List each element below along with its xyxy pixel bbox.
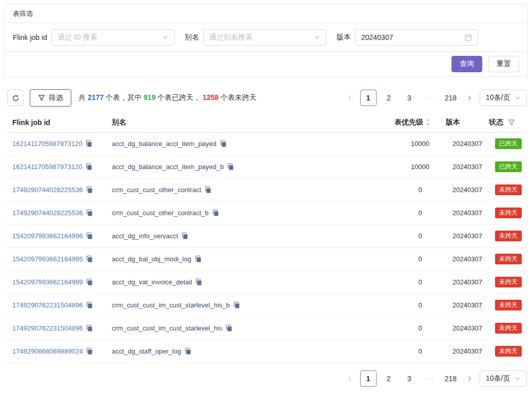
field-version: 版本 20240307	[337, 29, 478, 46]
flink-job-id-cell: 1621411705987973120	[4, 132, 112, 155]
table-row: 1542097993662164995 acct_dg_bal_obj_modi…	[4, 247, 528, 271]
refresh-button[interactable]	[7, 90, 24, 106]
status-badge: 未跨天	[495, 346, 522, 357]
flink-job-id-link[interactable]: 1621411705987973120	[12, 140, 82, 148]
copy-icon[interactable]	[182, 233, 188, 239]
copy-icon[interactable]	[195, 279, 202, 285]
page-button-2[interactable]: 2	[381, 370, 397, 387]
copy-icon[interactable]	[227, 163, 234, 170]
page-button-3[interactable]: 3	[401, 370, 418, 387]
chevron-down-icon	[314, 34, 320, 40]
version-label: 版本	[337, 33, 351, 42]
copy-icon[interactable]	[86, 210, 93, 216]
alias-link[interactable]: acct_dg_bal_obj_modi_log	[112, 255, 191, 263]
copy-icon[interactable]	[86, 302, 93, 308]
flink-job-id-select[interactable]: 通过 ID 搜索	[51, 29, 174, 46]
flink-job-id-link[interactable]: 1749290744028225536	[12, 186, 83, 194]
copy-icon[interactable]	[86, 163, 92, 170]
version-cell: 20240307	[446, 224, 489, 247]
version-cell: 20240307	[446, 155, 489, 178]
status-badge: 未跨天	[495, 300, 522, 311]
alias-cell: crm_cust_cust_im_cust_starlevel_his	[112, 317, 395, 340]
flink-job-id-cell: 1749290744028225536	[4, 178, 112, 201]
copy-icon[interactable]	[233, 302, 240, 308]
copy-icon[interactable]	[86, 348, 93, 355]
copy-icon[interactable]	[220, 140, 227, 147]
copy-icon[interactable]	[195, 256, 202, 262]
flink-job-id-link[interactable]: 1542097993662164995	[12, 255, 83, 263]
page-button-1[interactable]: 1	[360, 90, 377, 106]
reset-button[interactable]: 重置	[488, 56, 519, 72]
flink-job-id-link[interactable]: 1749290744028225536	[12, 209, 83, 217]
priority-cell: 0	[395, 224, 446, 247]
page-button-2[interactable]: 2	[381, 90, 397, 106]
page-button-218[interactable]: 218	[442, 90, 459, 106]
version-date-input[interactable]: 20240307	[355, 29, 478, 46]
copy-icon[interactable]	[205, 187, 211, 193]
alias-link[interactable]: acct_dg_balance_acct_item_payed	[112, 140, 216, 148]
copy-icon[interactable]	[86, 233, 93, 239]
filter-icon[interactable]	[508, 119, 515, 126]
page-size-select[interactable]: 10条/页	[480, 370, 527, 387]
table-body: 1621411705987973120 acct_dg_balance_acct…	[4, 132, 528, 363]
alias-link[interactable]: acct_dg_balance_acct_item_payed_b	[112, 163, 224, 171]
flink-job-id-link[interactable]: 1749290866069889024	[12, 347, 83, 355]
filter-toggle-button[interactable]: 筛选	[30, 89, 71, 107]
summary-part: 个表未跨天	[219, 93, 257, 101]
copy-icon[interactable]	[86, 187, 93, 193]
table-row: 1749290866069889024 acct_dg_staff_oper_l…	[4, 340, 528, 363]
page-button-3[interactable]: 3	[401, 90, 418, 106]
flink-job-id-link[interactable]: 1542097993662164999	[12, 278, 83, 286]
version-value: 20240307	[361, 33, 465, 42]
page-ellipsis: ···	[422, 370, 438, 387]
flink-job-id-link[interactable]: 1542097993662164996	[12, 232, 83, 240]
flink-job-id-link[interactable]: 1749290762231504896	[12, 324, 83, 332]
alias-link[interactable]: crm_cust_cust_other_contract_b	[112, 209, 209, 217]
flink-job-id-cell: 1621411705987973120	[4, 155, 112, 178]
alias-link[interactable]: crm_cust_cust_im_cust_starlevel_his_b	[112, 301, 230, 309]
column-header-alias: 别名	[112, 113, 395, 132]
version-cell: 20240307	[446, 247, 489, 271]
alias-link[interactable]: crm_cust_cust_im_cust_starlevel_his	[112, 324, 222, 332]
prev-page-button[interactable]	[344, 370, 356, 387]
funnel-icon	[38, 94, 45, 101]
page-size-select[interactable]: 10条/页	[480, 90, 527, 106]
next-page-button[interactable]	[463, 90, 476, 106]
column-header-priority[interactable]: 表优先级	[395, 113, 446, 132]
alias-link[interactable]: acct_dg_staff_oper_log	[112, 347, 181, 355]
priority-cell: 0	[395, 271, 446, 294]
sorter-icon[interactable]	[425, 118, 430, 127]
alias-link[interactable]: crm_cust_cust_other_contract	[112, 186, 201, 194]
query-button[interactable]: 查询	[451, 56, 482, 72]
flink-job-id-link[interactable]: 1749290762231504896	[12, 301, 83, 309]
page-items: 123···218	[360, 90, 459, 106]
copy-icon[interactable]	[226, 325, 232, 332]
page-button-1[interactable]: 1	[360, 370, 377, 387]
flink-job-id-cell: 1542097993662164995	[4, 247, 112, 271]
copy-icon[interactable]	[86, 279, 93, 285]
copy-icon[interactable]	[86, 140, 92, 147]
chevron-down-icon	[515, 95, 521, 101]
alias-link[interactable]: acct_dg_vat_invoice_detail	[112, 278, 192, 286]
column-header-flink-job-id: Flink job id	[4, 113, 112, 132]
alias-cell: crm_cust_cust_im_cust_starlevel_his_b	[112, 294, 395, 317]
flink-job-id-cell: 1749290762231504896	[4, 294, 112, 317]
copy-icon[interactable]	[185, 348, 191, 355]
alias-cell: crm_cust_cust_other_contract	[112, 178, 395, 201]
copy-icon[interactable]	[86, 325, 93, 332]
calendar-icon	[465, 34, 472, 41]
alias-link[interactable]: acct_dg_info_servacct	[112, 232, 178, 240]
copy-icon[interactable]	[212, 210, 219, 216]
table-row: 1542097993662164996 acct_dg_info_servacc…	[4, 224, 528, 247]
column-header-status-label: 状态	[489, 118, 503, 127]
copy-icon[interactable]	[86, 256, 93, 262]
alias-select[interactable]: 通过别名搜索	[203, 29, 326, 46]
flink-job-id-link[interactable]: 1621411705987973120	[12, 163, 82, 171]
alias-cell: acct_dg_staff_oper_log	[112, 340, 395, 363]
summary-part: 个表，其中	[104, 93, 144, 101]
pagination-bottom: 123···218 10条/页	[344, 370, 527, 387]
next-page-button[interactable]	[463, 370, 476, 387]
page-button-218[interactable]: 218	[442, 370, 459, 387]
prev-page-button[interactable]	[344, 90, 356, 106]
table-header-row: Flink job id 别名 表优先级 版本 状态	[4, 113, 528, 132]
